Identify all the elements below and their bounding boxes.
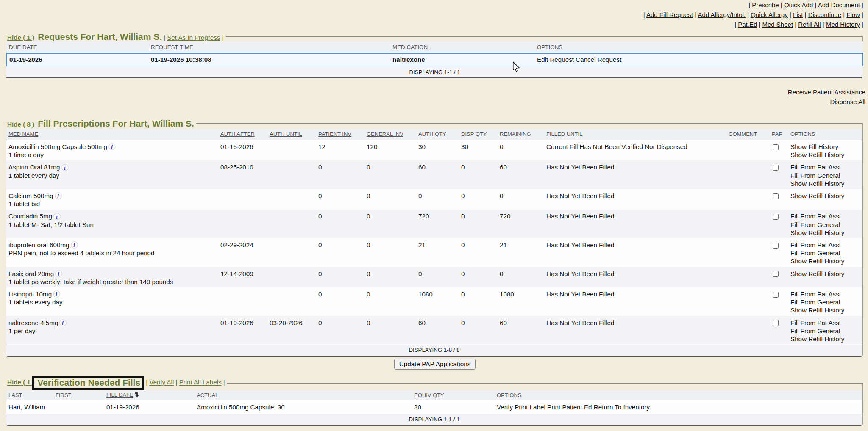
svg-text:i: i xyxy=(56,213,58,220)
svg-text:i: i xyxy=(73,242,75,249)
svg-text:i: i xyxy=(111,144,113,150)
svg-text:i: i xyxy=(64,164,66,171)
svg-text:i: i xyxy=(56,291,57,298)
svg-text:i: i xyxy=(57,193,59,199)
svg-text:i: i xyxy=(62,319,64,326)
svg-text:i: i xyxy=(58,270,59,277)
